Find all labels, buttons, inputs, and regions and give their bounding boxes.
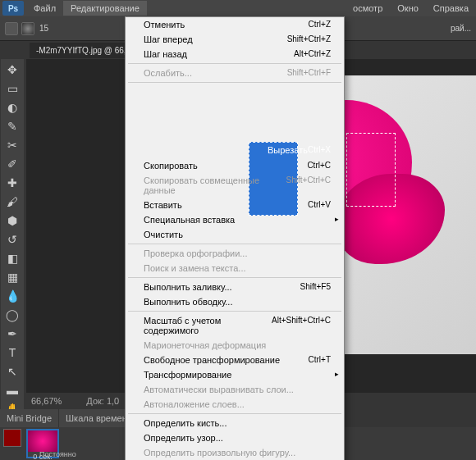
menu-item-выполнить-заливку-[interactable]: Выполнить заливку...Shift+F5 <box>126 280 344 294</box>
marquee-tool[interactable]: ▭ <box>2 80 22 98</box>
menu-item-марионеточная-деформация: Марионеточная деформация <box>126 338 344 353</box>
doc-info: Док: 1,0 <box>86 396 119 406</box>
status-bar: 66,67% Док: 1,0 <box>26 393 119 409</box>
brush-size-value: 15 <box>39 24 48 33</box>
healing-tool[interactable]: ✚ <box>2 174 22 192</box>
type-tool[interactable]: T <box>2 344 22 362</box>
stamp-tool[interactable]: ⬢ <box>2 212 22 230</box>
brush-preview-icon[interactable] <box>21 22 34 35</box>
tool-preset-icon[interactable] <box>5 22 18 35</box>
color-swatch[interactable] <box>3 429 21 447</box>
app-logo-icon: Ps <box>2 1 24 16</box>
brush-tool[interactable]: 🖌 <box>2 193 22 211</box>
eraser-tool[interactable]: ◧ <box>2 249 22 267</box>
menu-separator <box>128 244 341 244</box>
path-tool[interactable]: ↖ <box>2 362 22 380</box>
menu-item-автоматически-выравнивать-слои-: Автоматически выравнивать слои... <box>126 382 344 397</box>
menu-item-определить-узор-[interactable]: Определить узор... <box>126 430 344 445</box>
tab-minibridge[interactable]: Mini Bridge <box>0 409 59 427</box>
pen-tool[interactable]: ✒ <box>2 325 22 343</box>
menu-item-выполнить-обводку-[interactable]: Выполнить обводку... <box>126 294 344 309</box>
menu-item-вставить[interactable]: ВставитьCtrl+V <box>126 198 344 212</box>
menu-item-специальная-вставка[interactable]: Специальная вставка <box>126 212 344 227</box>
menu-edit[interactable]: Редактирование <box>63 1 147 16</box>
menu-item-свободное-трансформирование[interactable]: Свободное трансформированиеCtrl+T <box>126 353 344 367</box>
menu-item-отменить[interactable]: ОтменитьCtrl+Z <box>126 17 344 32</box>
loop-option[interactable]: Постоянно <box>39 450 76 458</box>
menu-separator <box>128 63 341 64</box>
menu-window[interactable]: Окно <box>390 1 426 16</box>
menu-item-ослабить-: Ослабить...Shift+Ctrl+F <box>126 66 344 80</box>
panel-tabs: Mini Bridge Шкала времени <box>0 409 140 427</box>
menu-separator <box>128 277 341 278</box>
menu-item-определить-произвольную-фигуру-: Определить произвольную фигуру... <box>126 445 344 460</box>
tools-panel: ✥ ▭ ◐ ✎ ✂ ✐ ✚ 🖌 ⬢ ↺ ◧ ▦ 💧 ◯ ✒ T ↖ ▬ ✋ 🔍 <box>1 59 24 439</box>
blur-tool[interactable]: 💧 <box>2 287 22 305</box>
menu-item-проверка-орфографии-: Проверка орфографии... <box>126 246 344 261</box>
optbar-text: рай... <box>451 24 471 33</box>
menu-separator <box>128 311 341 312</box>
gradient-tool[interactable]: ▦ <box>2 268 22 286</box>
quick-select-tool[interactable]: ✎ <box>2 117 22 135</box>
menu-item-масштаб-с-учетом-содержимого[interactable]: Масштаб с учетом содержимогоAlt+Shift+Ct… <box>126 313 344 338</box>
move-tool[interactable]: ✥ <box>2 61 22 79</box>
menu-item-очистить[interactable]: Очистить <box>126 227 344 242</box>
frame-thumbnail <box>28 430 57 452</box>
menu-item-шаг-вперед[interactable]: Шаг впередShift+Ctrl+Z <box>126 32 344 47</box>
history-brush-tool[interactable]: ↺ <box>2 230 22 248</box>
menu-separator <box>128 413 341 414</box>
zoom-level[interactable]: 66,67% <box>31 396 62 406</box>
menu-item-поиск-и-замена-текста-: Поиск и замена текста... <box>126 261 344 276</box>
menu-help[interactable]: Справка <box>426 1 476 16</box>
menu-item-определить-кисть-[interactable]: Определить кисть... <box>126 416 344 430</box>
shape-tool[interactable]: ▬ <box>2 381 22 399</box>
menu-item-шаг-назад[interactable]: Шаг назадAlt+Ctrl+Z <box>126 47 344 61</box>
menu-item-трансформирование[interactable]: Трансформирование <box>126 367 344 382</box>
menu-item-скопировать[interactable]: СкопироватьCtrl+C <box>126 158 344 173</box>
eyedropper-tool[interactable]: ✐ <box>2 155 22 173</box>
selection-marquee <box>346 133 396 207</box>
lasso-tool[interactable]: ◐ <box>2 98 22 116</box>
menu-view[interactable]: осмотр <box>346 1 390 16</box>
edit-menu-dropdown: ОтменитьCtrl+ZШаг впередShift+Ctrl+ZШаг … <box>125 16 345 460</box>
menu-separator <box>128 82 341 83</box>
menu-file[interactable]: Файл <box>26 1 63 16</box>
crop-tool[interactable]: ✂ <box>2 136 22 154</box>
menu-item-автоналожение-слоев-: Автоналожение слоев... <box>126 397 344 412</box>
menubar: Ps Файл Редактирование осмотр Окно Справ… <box>0 0 476 16</box>
menu-item-скопировать-совмещенные-данные: Скопировать совмещенные данныеShift+Ctrl… <box>126 173 344 198</box>
dodge-tool[interactable]: ◯ <box>2 306 22 324</box>
